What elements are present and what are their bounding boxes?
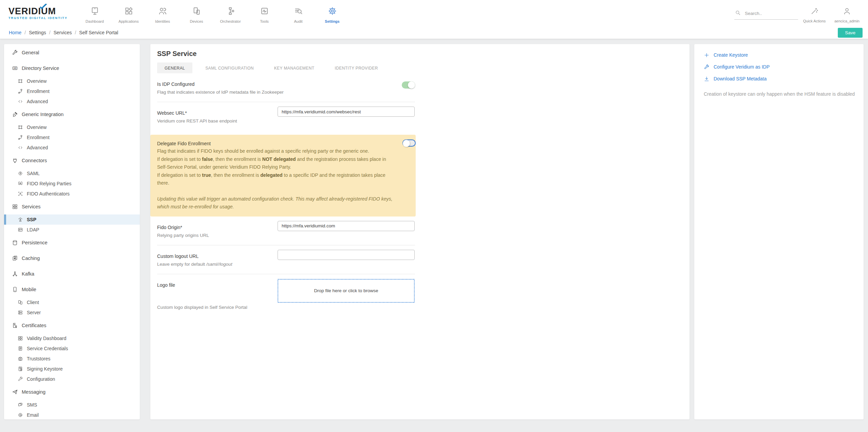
create-keystore-link[interactable]: Create Keystore bbox=[704, 52, 854, 58]
sidebar-item-enrollment[interactable]: Enrollment bbox=[4, 86, 140, 96]
sidebar-item-advanced[interactable]: Advanced bbox=[4, 96, 140, 107]
sidebar-item-connectors[interactable]: Connectors bbox=[4, 153, 140, 168]
sidebar-item-advanced[interactable]: Advanced bbox=[4, 143, 140, 153]
sidebar-item-caching[interactable]: Caching bbox=[4, 250, 140, 266]
sidebar-item-label: Configuration bbox=[27, 376, 55, 382]
nav-item-applications[interactable]: Applications bbox=[112, 3, 146, 23]
wand-icon bbox=[810, 7, 818, 17]
sidebar-item-overview[interactable]: Overview bbox=[4, 76, 140, 86]
breadcrumb-bar: Home/Settings/Services/Self Service Port… bbox=[0, 26, 868, 39]
download-ssp-metadata-link[interactable]: Download SSP Metadata bbox=[704, 75, 854, 82]
nav-item-devices[interactable]: Devices bbox=[180, 3, 213, 23]
phones-icon bbox=[18, 300, 23, 305]
network-icon bbox=[18, 78, 23, 84]
main-panel: SSP Service GENERALSAML CONFIGURATIONKEY… bbox=[150, 44, 690, 419]
sidebar-item-label: Certificates bbox=[22, 323, 46, 328]
nav-item-settings[interactable]: Settings bbox=[315, 3, 349, 23]
sidebar-item-label: Generic Integration bbox=[22, 112, 63, 117]
breadcrumb-item-home[interactable]: Home bbox=[9, 30, 21, 35]
quick-actions-button[interactable]: Quick Actions bbox=[798, 4, 831, 23]
sidebar-item-label: SSP bbox=[27, 217, 36, 222]
nav-item-label: Dashboard bbox=[86, 19, 104, 23]
sidebar-item-persistence[interactable]: Persistence bbox=[4, 235, 140, 250]
sidebar-item-email[interactable]: Email bbox=[4, 410, 140, 419]
logo-file-dropzone[interactable]: Drop file here or click to browse bbox=[278, 279, 415, 303]
breadcrumb-separator: / bbox=[24, 30, 26, 35]
nav-item-audit[interactable]: Audit bbox=[281, 3, 315, 23]
configure-veridium-as-idp-link[interactable]: Configure Veridium as IDP bbox=[704, 63, 854, 70]
enrollment-icon bbox=[18, 89, 23, 94]
sidebar-item-enrollment[interactable]: Enrollment bbox=[4, 132, 140, 143]
sidebar-item-overview[interactable]: Overview bbox=[4, 122, 140, 132]
nav-item-orchestrator[interactable]: Orchestrator bbox=[213, 3, 247, 23]
delegate-fido-enrollment-description: Flag that indicates if FIDO keys should … bbox=[157, 147, 397, 187]
sidebar-item-truststores[interactable]: Truststores bbox=[4, 354, 140, 364]
custom-logout-url-input[interactable] bbox=[278, 250, 415, 260]
sidebar-item-saml[interactable]: SAML bbox=[4, 168, 140, 179]
sidebar-item-label: FIDO Authenticators bbox=[27, 191, 70, 196]
sidebar-item-directory-service[interactable]: ADDirectory Service bbox=[4, 60, 140, 76]
delegate-fido-enrollment-toggle[interactable] bbox=[402, 139, 416, 147]
sidebar-item-validity-dashboard[interactable]: Validity Dashboard bbox=[4, 333, 140, 343]
sidebar-item-server[interactable]: Server bbox=[4, 307, 140, 318]
veridium-logo[interactable]: VERIDIUM TRUSTED DIGITAL IDENTITY bbox=[8, 7, 80, 20]
save-button[interactable]: Save bbox=[838, 28, 863, 38]
breadcrumb-item-self-service-portal[interactable]: Self Service Portal bbox=[79, 30, 118, 35]
logout-desc-text: Leave empty for default bbox=[157, 262, 206, 267]
websec-url-input[interactable] bbox=[278, 107, 415, 117]
logout-default-path: /saml//logout bbox=[206, 262, 232, 267]
sidebar-item-service-credentials[interactable]: Service Credentials bbox=[4, 343, 140, 354]
tools-icon bbox=[260, 6, 269, 17]
nav-item-identities[interactable]: Identities bbox=[146, 3, 180, 23]
applications-icon bbox=[124, 6, 133, 17]
tab-key-management[interactable]: KEY MANAGEMENT bbox=[267, 62, 322, 73]
sidebar-item-client[interactable]: Client bbox=[4, 297, 140, 307]
sidebar-item-messaging[interactable]: Messaging bbox=[4, 384, 140, 400]
tab-saml-configuration[interactable]: SAML CONFIGURATION bbox=[198, 62, 261, 73]
settings-sidebar: GeneralADDirectory ServiceOverviewEnroll… bbox=[4, 44, 140, 419]
logo-checkmark-icon bbox=[38, 4, 49, 13]
nav-item-label: Tools bbox=[260, 19, 269, 23]
sidebar-item-label: Messaging bbox=[22, 389, 45, 395]
is-idp-configured-toggle[interactable] bbox=[402, 81, 415, 89]
nav-item-dashboard[interactable]: Dashboard bbox=[78, 3, 112, 23]
sidebar-item-signing-keystore[interactable]: Signing Keystore bbox=[4, 364, 140, 374]
panel-link-label: Create Keystore bbox=[714, 52, 748, 58]
field-row-custom-logout-url: Custom logout URL Leave empty for defaul… bbox=[157, 245, 415, 274]
nav-item-label: Identities bbox=[155, 19, 170, 23]
search-box bbox=[734, 8, 798, 20]
sidebar-item-fido-relying-parties[interactable]: FIDO Relying Parties bbox=[4, 179, 140, 189]
breadcrumb-item-services[interactable]: Services bbox=[54, 30, 72, 35]
plug-icon bbox=[12, 157, 18, 164]
phone-icon bbox=[12, 286, 18, 293]
sidebar-item-configuration[interactable]: Configuration bbox=[4, 374, 140, 384]
sidebar-item-fido-authenticators[interactable]: FIDO Authenticators bbox=[4, 189, 140, 199]
search-icon bbox=[735, 10, 741, 17]
sidebar-item-generic-integration[interactable]: Generic Integration bbox=[4, 107, 140, 122]
sidebar-item-services[interactable]: Services bbox=[4, 199, 140, 214]
sidebar-item-kafka[interactable]: Kafka bbox=[4, 266, 140, 282]
enrollment-icon bbox=[18, 135, 23, 140]
sidebar-item-certificates[interactable]: Certificates bbox=[4, 318, 140, 333]
tab-identity-provider[interactable]: IDENTITY PROVIDER bbox=[327, 62, 385, 73]
integration-icon bbox=[12, 111, 18, 117]
custom-logout-url-description: Leave empty for default /saml//logout bbox=[157, 261, 415, 268]
sidebar-item-ssp[interactable]: SSP bbox=[4, 214, 140, 225]
tab-general[interactable]: GENERAL bbox=[157, 62, 192, 73]
nav-item-label: Applications bbox=[118, 19, 138, 23]
nav-item-tools[interactable]: Tools bbox=[247, 3, 281, 23]
wrench-icon bbox=[12, 50, 18, 56]
search-input[interactable] bbox=[745, 11, 792, 16]
sidebar-item-sms[interactable]: SMS bbox=[4, 400, 140, 410]
fido-origin-input[interactable] bbox=[278, 221, 415, 231]
sidebar-item-ldap[interactable]: LDAP bbox=[4, 225, 140, 235]
sidebar-item-general[interactable]: General bbox=[4, 45, 140, 60]
user-menu[interactable]: aencica_admin bbox=[831, 4, 863, 23]
kafka-icon bbox=[12, 271, 18, 277]
scan-person-icon bbox=[18, 191, 23, 196]
sidebar-item-mobile[interactable]: Mobile bbox=[4, 282, 140, 297]
panel-link-label: Download SSP Metadata bbox=[714, 75, 767, 82]
active-directory-icon: AD bbox=[12, 65, 18, 71]
doc-lock-icon bbox=[18, 366, 23, 372]
breadcrumb-item-settings[interactable]: Settings bbox=[29, 30, 46, 35]
